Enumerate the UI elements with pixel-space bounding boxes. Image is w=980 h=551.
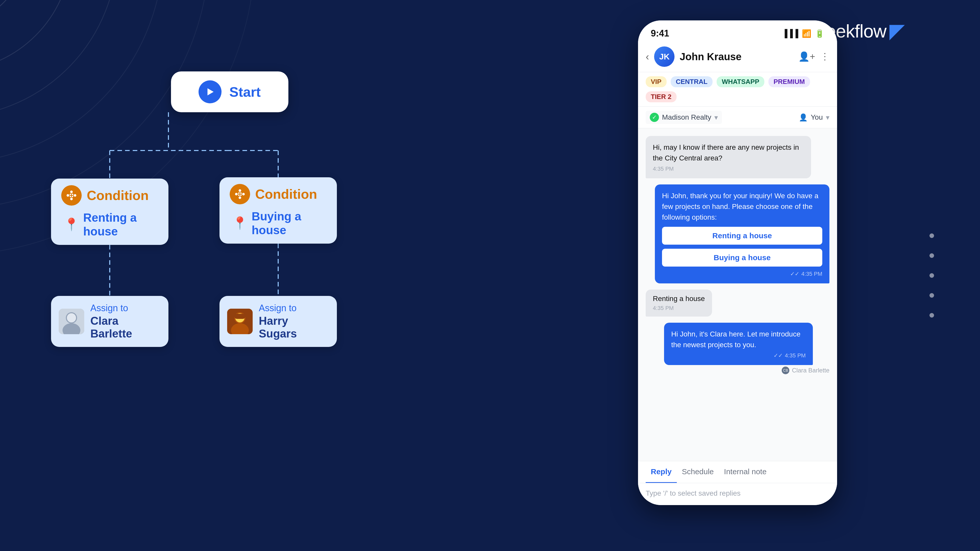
phone-time: 9:41 — [651, 28, 669, 39]
message-received-1: Hi, may I know if there are any new proj… — [646, 136, 811, 178]
you-chevron: ▾ — [826, 113, 829, 122]
assign-node-harry: Assign to Harry Sugars — [220, 296, 337, 347]
read-icon: ✓✓ — [790, 271, 799, 277]
assignee-channel[interactable]: ✓ Madison Realty ▾ — [646, 111, 722, 124]
assignee-you[interactable]: 👤 You ▾ — [799, 113, 829, 122]
condition-subtitle-left: 📍 Renting a house — [61, 211, 158, 238]
svg-point-25 — [242, 193, 245, 195]
svg-point-17 — [67, 194, 69, 197]
svg-point-1 — [0, 0, 72, 71]
tab-internal-note[interactable]: Internal note — [719, 461, 772, 483]
reply-area: Reply Schedule Internal note Type '/' to… — [638, 461, 837, 505]
condition-title-left: Condition — [87, 188, 149, 203]
svg-rect-36 — [234, 314, 245, 319]
reply-tabs: Reply Schedule Internal note — [638, 461, 837, 483]
tag-whatsapp[interactable]: WHATSAPP — [717, 76, 764, 87]
dots-decoration — [929, 233, 934, 318]
option-renting[interactable]: Renting a house — [662, 227, 822, 245]
phone-body: 9:41 ▐▐▐ 📶 🔋 ‹ JK John Krause 👤+ ⋮ VIP C… — [638, 21, 837, 505]
person-icon: 👤 — [799, 113, 808, 122]
add-user-icon[interactable]: 👤+ — [798, 51, 815, 62]
tab-reply[interactable]: Reply — [646, 461, 677, 483]
condition-icon-left — [61, 185, 82, 206]
contact-avatar: JK — [654, 46, 675, 67]
avatar-clara — [59, 309, 84, 334]
channel-chevron: ▾ — [714, 113, 718, 122]
start-node: Start — [171, 71, 288, 112]
chat-header: ‹ JK John Krause 👤+ ⋮ — [638, 41, 837, 72]
agent-read-icon: ✓✓ — [773, 352, 783, 359]
svg-point-23 — [239, 197, 241, 199]
flowchart: Start Condition 📍 Renting a house — [51, 71, 408, 480]
wifi-icon: 📶 — [802, 29, 811, 38]
start-label: Start — [229, 84, 261, 100]
assign-name-harry: Harry Sugars — [259, 314, 329, 340]
tag-tier2[interactable]: TIER 2 — [646, 91, 676, 102]
contact-name: John Krause — [679, 51, 793, 62]
whatsapp-channel-icon: ✓ — [650, 113, 659, 122]
svg-point-24 — [235, 193, 238, 195]
svg-point-22 — [239, 189, 241, 192]
svg-marker-13 — [207, 88, 213, 95]
tag-central[interactable]: CENTRAL — [671, 76, 713, 87]
signal-icon: ▐▐▐ — [782, 29, 798, 38]
message-time-sent: ✓✓ 4:35 PM — [662, 271, 822, 277]
assign-to-label-harry: Assign to — [259, 303, 329, 313]
back-icon[interactable]: ‹ — [646, 51, 649, 62]
reply-input[interactable]: Type '/' to select saved replies — [638, 483, 837, 505]
svg-point-0 — [0, 0, 25, 25]
dot-3 — [929, 273, 934, 278]
battery-icon: 🔋 — [815, 29, 824, 38]
phone-status-bar: 9:41 ▐▐▐ 📶 🔋 — [638, 21, 837, 41]
condition-subtitle-right: 📍 Buying a house — [230, 210, 327, 237]
svg-point-18 — [74, 194, 76, 197]
condition-header-right: Condition — [230, 184, 317, 204]
message-text-sent: Hi John, thank you for your inquiry! We … — [662, 191, 822, 223]
dot-5 — [929, 313, 934, 318]
assignee-row: ✓ Madison Realty ▾ 👤 You ▾ — [638, 106, 837, 128]
message-text-1: Hi, may I know if there are any new proj… — [653, 142, 804, 164]
tab-schedule[interactable]: Schedule — [677, 461, 719, 483]
message-time-2: 4:35 PM — [653, 305, 705, 311]
connector-lines — [51, 71, 408, 480]
condition-node-right: Condition 📍 Buying a house — [220, 177, 337, 244]
tag-premium[interactable]: PREMIUM — [768, 76, 810, 87]
message-agent: Hi John, it's Clara here. Let me introdu… — [664, 323, 813, 365]
phone-status-icons: ▐▐▐ 📶 🔋 — [782, 29, 824, 38]
condition-title-right: Condition — [255, 186, 317, 202]
condition-node-left: Condition 📍 Renting a house — [51, 179, 169, 245]
message-received-2: Renting a house 4:35 PM — [646, 289, 712, 317]
message-text-2: Renting a house — [653, 295, 705, 303]
condition-icon-right — [230, 184, 250, 204]
tag-vip[interactable]: VIP — [646, 76, 667, 87]
svg-point-31 — [67, 313, 76, 322]
agent-avatar: CB — [782, 367, 789, 374]
svg-point-15 — [70, 191, 73, 193]
location-icon-right: 📍 — [232, 216, 248, 230]
dot-4 — [929, 293, 934, 298]
message-time-1: 4:35 PM — [653, 165, 804, 172]
assign-name-clara: Clara Barlette — [90, 314, 161, 340]
dot-1 — [929, 233, 934, 238]
assign-text-harry: Assign to Harry Sugars — [259, 303, 329, 340]
agent-msg-time: 4:35 PM — [785, 352, 806, 359]
phone-mockup: 9:41 ▐▐▐ 📶 🔋 ‹ JK John Krause 👤+ ⋮ VIP C… — [638, 21, 837, 505]
assign-text-clara: Assign to Clara Barlette — [90, 303, 161, 340]
logo-arrow: ◤ — [889, 21, 904, 42]
condition-header-left: Condition — [61, 185, 149, 206]
option-buying[interactable]: Buying a house — [662, 249, 822, 267]
start-icon — [199, 80, 221, 103]
agent-signature: CB Clara Barlette — [664, 367, 829, 374]
message-agent-text: Hi John, it's Clara here. Let me introdu… — [671, 329, 806, 350]
svg-point-16 — [70, 198, 73, 200]
chat-header-icons: 👤+ ⋮ — [798, 51, 829, 62]
agent-name: Clara Barlette — [792, 367, 829, 374]
avatar-harry — [227, 309, 253, 334]
message-sent-options: Hi John, thank you for your inquiry! We … — [655, 184, 829, 283]
location-icon-left: 📍 — [64, 218, 79, 232]
assign-to-label-clara: Assign to — [90, 303, 161, 313]
more-options-icon[interactable]: ⋮ — [820, 51, 829, 62]
chat-body[interactable]: Hi, may I know if there are any new proj… — [638, 128, 837, 461]
tags-row: VIP CENTRAL WHATSAPP PREMIUM TIER 2 — [638, 72, 837, 106]
channel-name: Madison Realty — [662, 113, 711, 121]
